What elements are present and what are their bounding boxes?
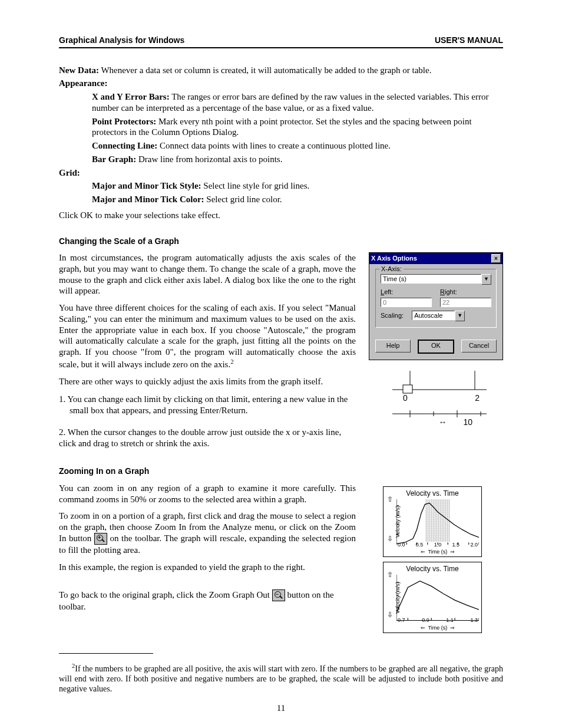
zoom-out-icon[interactable]: − (272, 589, 285, 601)
dialog-title-text: X Axis Options (371, 255, 417, 263)
down-arrow-icon: ⇩ (387, 611, 393, 620)
label-grid: Grid: (59, 168, 80, 177)
heading-zoom: Zooming In on a Graph (59, 466, 503, 477)
chart2-title: Velocity vs. Time (386, 565, 479, 574)
help-button[interactable]: Help (375, 340, 411, 353)
chart1-title: Velocity vs. Time (386, 489, 479, 498)
left-input[interactable]: 0 (381, 298, 432, 307)
footnote-text: If the numbers to be graphed are all pos… (59, 664, 503, 693)
double-arrow-icon: ↔ (438, 417, 447, 428)
velocity-chart-zoom: ⇧ ⇩ Velocity vs. Time Velocity (m/s) 0.7 (383, 562, 482, 633)
up-arrow-icon: ⇧ (387, 495, 393, 504)
scaling-label: Scaling: (381, 312, 404, 320)
axis-right-val: 2 (475, 393, 480, 404)
up-arrow-icon: ⇧ (387, 571, 393, 579)
heading-scale: Changing the Scale of a Graph (59, 236, 503, 247)
grid-items: Major and Minor Tick Style: Select line … (92, 180, 503, 205)
page-header: Graphical Analysis for Windows USER'S MA… (59, 35, 503, 48)
text-new-data: Whenever a data set or column is created… (99, 65, 432, 75)
text-tick-style: Select line style for grid lines. (201, 181, 310, 190)
xaxis-group: X-Axis: Time (s) ▼ Left: 0 Right: 22 (375, 269, 497, 328)
chevron-down-icon[interactable]: ▼ (481, 274, 491, 285)
x-axis-options-dialog: X Axis Options × X-Axis: Time (s) ▼ Left… (369, 252, 503, 360)
left-label: Left: (381, 288, 432, 297)
xaxis-field-select[interactable]: Time (s) ▼ (381, 274, 491, 285)
text-connecting-line: Connect data points with lines to create… (157, 141, 391, 150)
label-tick-color: Major and Minor Tick Color: (92, 195, 204, 204)
label-tick-style: Major and Minor Tick Style: (92, 181, 201, 190)
footnote-2: 2If the numbers to be graphed are all po… (59, 662, 503, 694)
header-left: Graphical Analysis for Windows (59, 35, 184, 46)
xaxis-field-value: Time (s) (381, 274, 481, 284)
header-right: USER'S MANUAL (435, 35, 503, 46)
zoom-in-icon[interactable]: + (94, 533, 107, 545)
label-connecting-line: Connecting Line: (92, 141, 157, 150)
svg-rect-3 (403, 385, 412, 393)
scale-p2: You have three different choices for the… (59, 302, 356, 370)
axis-left-val[interactable]: 0 (403, 393, 408, 404)
label-new-data: New Data: (59, 65, 99, 75)
axis-edit-figure: 0 2 ↔ 10 (386, 371, 487, 428)
scale-p1: In most circumstances, the program autom… (59, 252, 356, 297)
text-tick-color: Select grid line color. (204, 195, 282, 204)
chart1-xlabel: ⇐ Time (s) ⇒ (396, 549, 479, 555)
scaling-select[interactable]: Autoscale ▼ (412, 311, 465, 321)
xaxis-group-label: X-Axis: (379, 265, 404, 274)
cancel-button[interactable]: Cancel (461, 340, 497, 353)
zoom-p1: You can zoom in on any region of a graph… (59, 483, 356, 505)
footnote-rule (59, 653, 153, 654)
right-input[interactable]: 22 (440, 298, 491, 307)
ok-button[interactable]: OK (418, 340, 454, 354)
scale-p2-text: You have three different choices for the… (59, 303, 356, 369)
dialog-titlebar[interactable]: X Axis Options × (369, 253, 503, 264)
chevron-down-icon[interactable]: ▼ (455, 311, 465, 321)
zoom-p5a: To go back to the original graph, click … (59, 590, 272, 599)
page-number: 11 (59, 703, 503, 714)
label-point-protectors: Point Protectors: (92, 117, 156, 126)
zoom-p4: In this example, the region is expanded … (59, 562, 356, 573)
zoom-p2-3: To zoom in on a portion of a graph, firs… (59, 510, 356, 556)
down-arrow-icon: ⇩ (387, 535, 393, 543)
label-bar-graph: Bar Graph: (92, 154, 136, 164)
text-click-ok: Click OK to make your selections take ef… (59, 210, 503, 221)
velocity-chart-full: ⇧ ⇩ Velocity vs. Time Velocity (m/s) (383, 486, 482, 558)
scale-li1: 1. You can change each limit by clicking… (59, 394, 356, 416)
scaling-value: Autoscale (412, 311, 455, 320)
text-bar-graph: Draw line from horizontal axis to points… (136, 154, 282, 164)
para-new-data: New Data: Whenever a data set or column … (59, 65, 503, 76)
axis-tick-val: 10 (463, 417, 472, 428)
right-label: Right: (440, 288, 491, 297)
scale-li2: 2. When the cursor changes to the double… (59, 427, 356, 449)
zoom-p5: To go back to the original graph, click … (59, 589, 356, 612)
scale-p3: There are other ways to quickly adjust t… (59, 376, 356, 387)
label-xy-error: X and Y Error Bars: (92, 92, 170, 101)
close-icon[interactable]: × (491, 254, 501, 263)
label-appearance: Appearance: (59, 78, 108, 88)
footnote-ref-2[interactable]: 2 (230, 358, 234, 365)
appearance-items: X and Y Error Bars: The ranges or error … (92, 91, 503, 165)
chart2-xlabel: ⇐ Time (s) ⇒ (396, 625, 479, 631)
